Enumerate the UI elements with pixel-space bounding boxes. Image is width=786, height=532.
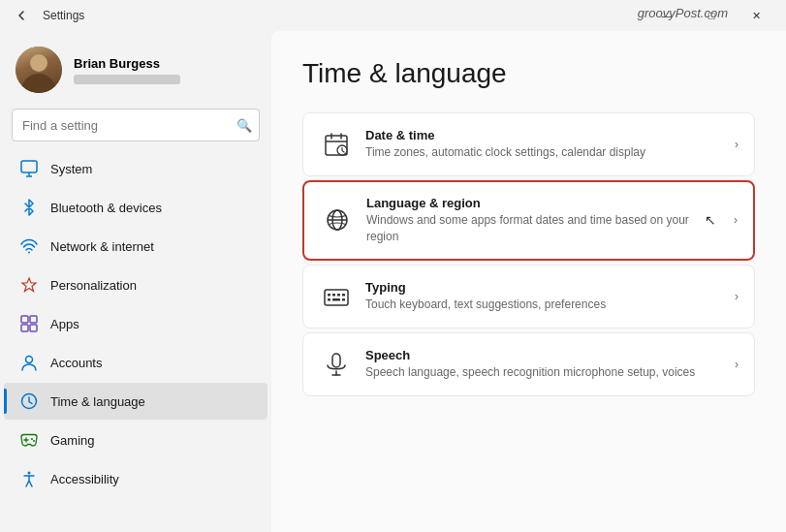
system-label: System [50,162,92,176]
search-icon: 🔍 [236,118,252,133]
svg-rect-27 [342,294,345,297]
svg-rect-0 [21,161,37,172]
sidebar-item-accounts[interactable]: Accounts [4,344,267,381]
network-icon [19,236,39,256]
personalization-icon [19,275,39,295]
user-name: Brian Burgess [74,56,180,71]
speech-desc: Speech language, speech recognition micr… [365,364,727,381]
card-language[interactable]: Language & region Windows and some apps … [302,180,755,261]
bluetooth-label: Bluetooth & devices [50,201,162,215]
user-email [74,75,180,84]
svg-rect-30 [342,298,345,301]
system-icon [19,159,39,178]
page-title: Time & language [302,58,755,89]
svg-rect-26 [337,294,340,297]
speech-title: Speech [365,348,727,362]
language-chevron: › [734,213,738,227]
svg-rect-25 [332,294,335,297]
language-desc: Windows and some apps format dates and t… [366,212,705,245]
back-button[interactable] [8,2,35,29]
gaming-label: Gaming [50,433,95,448]
datetime-icon [319,127,354,162]
speech-chevron: › [735,358,739,371]
sidebar-item-accessibility[interactable]: Accessibility [4,460,267,497]
svg-rect-6 [21,325,28,331]
close-button[interactable]: ✕ [734,0,778,31]
accounts-label: Accounts [50,356,102,370]
sidebar-item-time[interactable]: Time & language [4,383,267,420]
typing-title: Typing [365,280,727,295]
main-content: Time & language Date & time Time zones, … [271,31,786,532]
sidebar-item-network[interactable]: Network & internet [4,228,267,265]
svg-rect-23 [325,290,348,305]
search-box: 🔍 [12,109,260,141]
cursor-icon: ↖ [705,212,716,228]
svg-point-12 [31,438,33,440]
user-info: Brian Burgess [74,56,180,84]
svg-rect-4 [21,316,28,323]
network-label: Network & internet [50,239,154,254]
search-input[interactable] [12,109,260,141]
card-speech[interactable]: Speech Speech language, speech recogniti… [302,332,755,396]
svg-point-3 [28,252,30,254]
typing-icon [319,279,354,314]
user-profile[interactable]: Brian Burgess [0,31,271,105]
card-datetime[interactable]: Date & time Time zones, automatic clock … [302,112,755,176]
svg-rect-28 [328,298,330,301]
sidebar-item-bluetooth[interactable]: Bluetooth & devices [4,189,267,226]
svg-point-14 [28,472,31,475]
watermark: groovyPost.com [638,6,728,20]
speech-icon [319,347,354,382]
svg-rect-5 [30,316,37,323]
avatar [16,47,62,93]
typing-desc: Touch keyboard, text suggestions, prefer… [365,297,727,313]
bluetooth-icon [19,198,39,217]
app-window: Brian Burgess 🔍 System [0,31,786,532]
sidebar-item-system[interactable]: System [4,150,267,187]
accessibility-icon [19,469,39,488]
datetime-text: Date & time Time zones, automatic clock … [365,128,727,161]
language-title: Language & region [366,196,705,210]
typing-chevron: › [735,290,739,303]
accessibility-label: Accessibility [50,472,119,486]
svg-point-13 [33,440,35,442]
gaming-icon [19,430,39,450]
svg-point-8 [26,357,33,363]
datetime-title: Date & time [365,128,727,142]
personalization-label: Personalization [50,278,137,293]
apps-label: Apps [50,317,79,331]
accounts-icon [19,353,39,372]
sidebar-item-apps[interactable]: Apps [4,305,267,342]
svg-rect-7 [30,325,37,331]
time-label: Time & language [50,394,145,409]
datetime-desc: Time zones, automatic clock settings, ca… [365,144,727,161]
svg-rect-29 [332,298,340,301]
sidebar: Brian Burgess 🔍 System [0,31,271,532]
sidebar-item-personalization[interactable]: Personalization [4,266,267,303]
language-text: Language & region Windows and some apps … [366,196,705,245]
card-typing[interactable]: Typing Touch keyboard, text suggestions,… [302,265,755,329]
datetime-chevron: › [735,138,739,151]
apps-icon [19,314,39,333]
language-icon [320,203,355,237]
window-title: Settings [43,9,84,22]
typing-text: Typing Touch keyboard, text suggestions,… [365,280,727,313]
speech-text: Speech Speech language, speech recogniti… [365,348,727,381]
title-bar: Settings groovyPost.com — □ ✕ [0,0,786,31]
time-icon [19,391,39,411]
sidebar-item-gaming[interactable]: Gaming [4,422,267,458]
svg-rect-31 [332,354,340,367]
svg-rect-24 [328,294,330,297]
